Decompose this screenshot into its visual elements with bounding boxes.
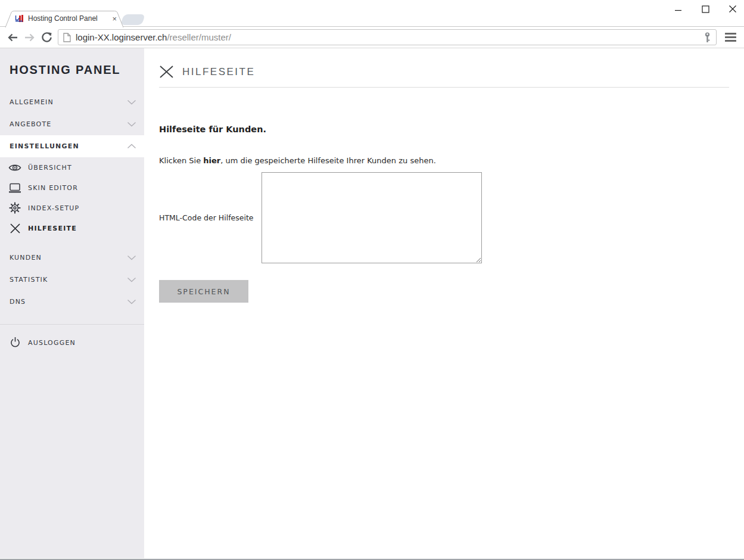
hier-link[interactable]: hier — [203, 156, 220, 165]
gear-icon — [8, 202, 21, 214]
sidebar: HOSTING PANEL ALLGEMEIN ANGEBOTE EINSTEL… — [0, 48, 144, 558]
sidebar-item-label: SKIN EDITOR — [28, 184, 78, 192]
sidebar-item-uebersicht[interactable]: ÜBERSICHT — [0, 157, 144, 178]
browser-tab[interactable]: Hosting Control Panel × — [5, 11, 124, 27]
new-tab-button[interactable] — [120, 14, 145, 25]
sidebar-item-ausloggen[interactable]: AUSLOGGEN — [0, 332, 144, 353]
maximize-button[interactable] — [696, 1, 714, 17]
titlebar: Hosting Control Panel × — [0, 0, 744, 27]
x-icon — [8, 223, 21, 234]
sidebar-item-label: ANGEBOTE — [10, 120, 52, 128]
forward-button[interactable] — [21, 29, 38, 46]
chevron-down-icon — [127, 277, 136, 282]
sidebar-item-hilfeseite[interactable]: HILFESEITE — [0, 218, 144, 238]
brand-title: HOSTING PANEL — [0, 63, 144, 77]
chevron-down-icon — [127, 122, 136, 127]
intro-prefix: Klicken Sie — [159, 156, 203, 165]
back-button[interactable] — [4, 29, 21, 46]
sidebar-item-label: INDEX-SETUP — [28, 204, 79, 212]
url-path: /reseller/muster/ — [167, 32, 231, 42]
minimize-button[interactable] — [669, 1, 687, 17]
url-host: login-XX.loginserver.ch — [76, 32, 167, 42]
sidebar-item-dns[interactable]: DNS — [0, 291, 144, 313]
page-header: HILFESEITE — [159, 65, 729, 79]
intro-suffix: , um die gespeicherte Hilfeseite Ihrer K… — [220, 156, 435, 165]
browser-menu-icon[interactable] — [721, 29, 739, 46]
sidebar-item-statistik[interactable]: STATISTIK — [0, 269, 144, 291]
sidebar-item-label: STATISTIK — [10, 276, 48, 284]
x-icon — [159, 65, 174, 79]
key-icon[interactable] — [703, 32, 711, 43]
sidebar-item-label: HILFESEITE — [28, 225, 77, 232]
section-heading: Hilfeseite für Kunden. — [159, 125, 729, 134]
browser-toolbar: login-XX.loginserver.ch/reseller/muster/ — [0, 27, 744, 48]
browser-window: Hosting Control Panel × — [0, 0, 744, 560]
sidebar-item-skin-editor[interactable]: SKIN EDITOR — [0, 178, 144, 198]
html-code-textarea[interactable] — [262, 172, 482, 263]
sidebar-item-label: AUSLOGGEN — [28, 339, 76, 347]
sidebar-item-einstellungen[interactable]: EINSTELLUNGEN — [0, 135, 144, 157]
reload-button[interactable] — [38, 29, 55, 46]
header-divider — [159, 87, 729, 88]
sidebar-item-allgemein[interactable]: ALLGEMEIN — [0, 91, 144, 113]
sidebar-item-label: ALLGEMEIN — [10, 98, 54, 106]
save-button[interactable]: SPEICHERN — [159, 280, 248, 303]
sidebar-item-kunden[interactable]: KUNDEN — [0, 247, 144, 269]
sidebar-item-label: EINSTELLUNGEN — [10, 142, 79, 150]
sidebar-item-label: ÜBERSICHT — [28, 164, 72, 172]
chevron-down-icon — [127, 99, 136, 105]
page-title: HILFESEITE — [182, 66, 255, 78]
sidebar-item-angebote[interactable]: ANGEBOTE — [0, 113, 144, 135]
page-icon — [63, 33, 71, 42]
tab-close-icon[interactable]: × — [112, 15, 117, 23]
monitor-icon — [8, 183, 21, 193]
window-controls — [669, 1, 742, 17]
main-panel: HILFESEITE Hilfeseite für Kunden. Klicke… — [144, 48, 744, 558]
sidebar-item-index-setup[interactable]: INDEX-SETUP — [0, 198, 144, 218]
tab-favicon — [14, 14, 24, 23]
tab-title: Hosting Control Panel — [28, 14, 108, 23]
sidebar-item-label: KUNDEN — [10, 254, 42, 262]
chevron-down-icon — [127, 299, 136, 304]
power-icon — [8, 337, 21, 349]
eye-icon — [8, 163, 21, 172]
page-content: HOSTING PANEL ALLGEMEIN ANGEBOTE EINSTEL… — [0, 48, 744, 558]
sidebar-divider — [0, 324, 144, 325]
close-window-button[interactable] — [724, 1, 742, 17]
url-bar[interactable]: login-XX.loginserver.ch/reseller/muster/ — [58, 29, 717, 45]
html-code-label: HTML-Code der Hilfeseite — [159, 213, 262, 222]
html-code-form-row: HTML-Code der Hilfeseite — [159, 172, 729, 263]
chevron-down-icon — [127, 255, 136, 260]
chevron-up-icon — [127, 144, 136, 149]
url-text[interactable]: login-XX.loginserver.ch/reseller/muster/ — [76, 32, 703, 42]
sidebar-item-label: DNS — [10, 298, 26, 306]
intro-text: Klicken Sie hier, um die gespeicherte Hi… — [159, 156, 729, 165]
